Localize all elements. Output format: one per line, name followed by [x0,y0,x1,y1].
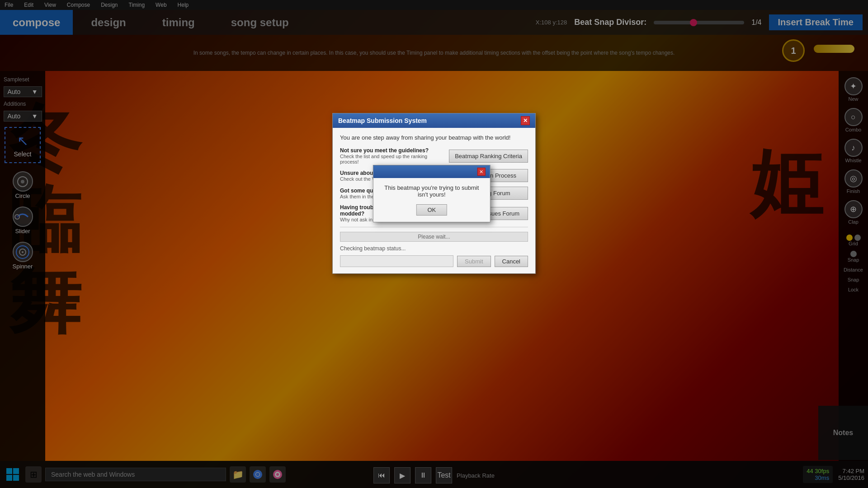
dialog-titlebar: Beatmap Submission System ✕ [333,113,535,128]
dialog-row-0-text: Not sure you meet the guidelines? Check … [340,147,444,164]
please-wait-bar: Please wait... [340,232,528,242]
alert-message: This beatmap you're trying to submit isn… [381,184,483,198]
dialog-title: Beatmap Submission System [338,117,427,124]
submit-button: Submit [457,256,491,267]
dialog-close-button[interactable]: ✕ [521,116,530,125]
alert-body: This beatmap you're trying to submit isn… [373,178,490,222]
beatmap-ranking-criteria-button[interactable]: Beatmap Ranking Criteria [449,150,528,163]
alert-titlebar: ✕ [373,165,490,178]
alert-ok-button[interactable]: OK [416,204,447,216]
cancel-button[interactable]: Cancel [495,256,528,267]
dialog-overlay: Beatmap Submission System ✕ You are one … [0,0,868,488]
please-wait-text: Please wait... [418,234,450,240]
dialog-row-0: Not sure you meet the guidelines? Check … [340,147,528,164]
dialog-status-text: Checking beatmap status... [340,245,528,252]
dialog-row-0-main: Not sure you meet the guidelines? [340,147,444,154]
dialog-progress-row: Please wait... Checking beatmap status..… [340,227,528,267]
alert-dialog: ✕ This beatmap you're trying to submit i… [373,165,491,222]
status-input [340,255,453,267]
dialog-intro-text: You are one step away from sharing your … [340,134,528,141]
dialog-row-0-sub: Check the list and speed up the ranking … [340,154,444,164]
alert-close-button[interactable]: ✕ [477,168,486,176]
dialog-bottom-row: Submit Cancel [340,255,528,267]
